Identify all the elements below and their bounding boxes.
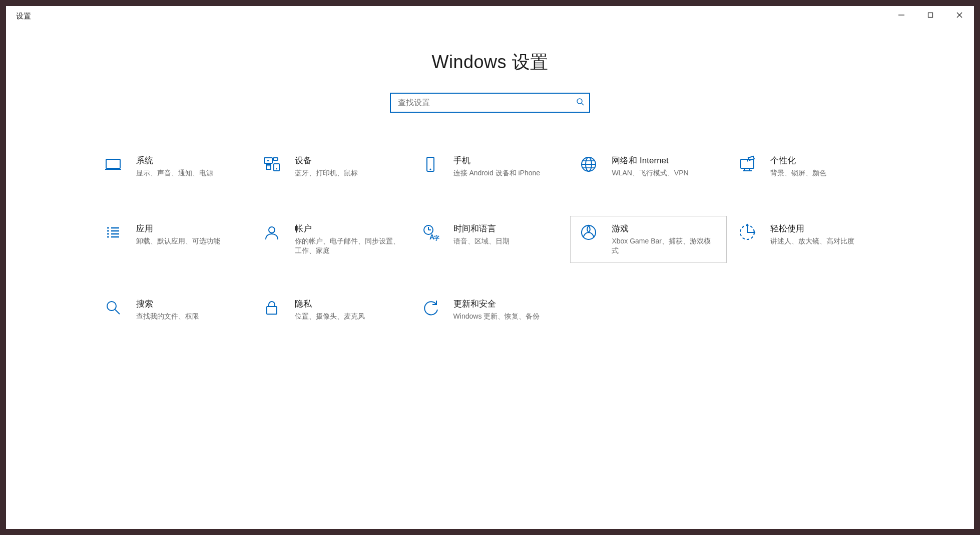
content-area: Windows 设置 系统显示、声音、通知、电源设备蓝牙、打印机、鼠标手机连接 … <box>6 26 974 529</box>
tile-desc: 连接 Android 设备和 iPhone <box>453 168 559 178</box>
tile-text: 时间和语言语音、区域、日期 <box>453 223 559 246</box>
tile-title: 隐私 <box>295 299 400 310</box>
window-controls <box>887 6 974 26</box>
tile-text: 个性化背景、锁屏、颜色 <box>770 155 876 178</box>
search-input[interactable] <box>390 93 590 113</box>
tile-ease[interactable]: 轻松使用讲述人、放大镜、高对比度 <box>729 216 885 263</box>
tile-text: 帐户你的帐户、电子邮件、同步设置、工作、家庭 <box>295 223 400 255</box>
window-title: 设置 <box>16 12 31 21</box>
tile-title: 系统 <box>136 155 242 166</box>
svg-rect-1 <box>928 13 933 18</box>
personalize-icon <box>737 155 757 175</box>
time-icon <box>420 223 440 243</box>
tile-title: 应用 <box>136 223 242 234</box>
tile-title: 更新和安全 <box>453 299 559 310</box>
tile-title: 手机 <box>453 155 559 166</box>
tile-text: 设备蓝牙、打印机、鼠标 <box>295 155 400 178</box>
tile-desc: 语音、区域、日期 <box>453 236 559 246</box>
tile-desc: 位置、摄像头、麦克风 <box>295 312 400 321</box>
tile-desc: Xbox Game Bar、捕获、游戏模式 <box>612 236 717 255</box>
tile-personalize[interactable]: 个性化背景、锁屏、颜色 <box>729 148 885 188</box>
network-icon <box>579 155 599 175</box>
tile-desc: 你的帐户、电子邮件、同步设置、工作、家庭 <box>295 236 400 255</box>
maximize-icon <box>927 12 934 21</box>
phone-icon <box>420 155 440 175</box>
tile-title: 游戏 <box>612 223 717 234</box>
tile-title: 轻松使用 <box>770 223 876 234</box>
tile-desc: Windows 更新、恢复、备份 <box>453 312 559 321</box>
tile-text: 手机连接 Android 设备和 iPhone <box>453 155 559 178</box>
accounts-icon <box>262 223 282 243</box>
devices-icon <box>262 155 282 175</box>
tile-desc: 查找我的文件、权限 <box>136 312 242 321</box>
privacy-icon <box>262 299 282 319</box>
tile-desc: 显示、声音、通知、电源 <box>136 168 242 178</box>
page-title: Windows 设置 <box>431 50 548 75</box>
tile-text: 更新和安全Windows 更新、恢复、备份 <box>453 299 559 321</box>
tile-desc: 蓝牙、打印机、鼠标 <box>295 168 400 178</box>
tile-phone[interactable]: 手机连接 Android 设备和 iPhone <box>412 148 569 188</box>
gaming-icon <box>579 223 599 243</box>
search-icon <box>103 299 123 319</box>
update-icon <box>420 299 440 319</box>
tile-update[interactable]: 更新和安全Windows 更新、恢复、备份 <box>412 291 569 331</box>
tile-apps[interactable]: 应用卸载、默认应用、可选功能 <box>95 216 251 263</box>
settings-grid: 系统显示、声音、通知、电源设备蓝牙、打印机、鼠标手机连接 Android 设备和… <box>90 148 890 331</box>
tile-text: 隐私位置、摄像头、麦克风 <box>295 299 400 321</box>
tile-title: 个性化 <box>770 155 876 166</box>
tile-desc: 讲述人、放大镜、高对比度 <box>770 236 876 246</box>
tile-title: 设备 <box>295 155 400 166</box>
close-icon <box>956 12 963 21</box>
tile-title: 帐户 <box>295 223 400 234</box>
tile-text: 搜索查找我的文件、权限 <box>136 299 242 321</box>
titlebar: 设置 <box>6 6 974 26</box>
svg-line-5 <box>582 103 584 105</box>
tile-desc: 背景、锁屏、颜色 <box>770 168 876 178</box>
tile-accounts[interactable]: 帐户你的帐户、电子邮件、同步设置、工作、家庭 <box>253 216 410 263</box>
search-icon <box>576 98 584 108</box>
minimize-icon <box>898 12 905 21</box>
ease-icon <box>737 223 757 243</box>
search-row <box>390 93 590 113</box>
tile-title: 搜索 <box>136 299 242 310</box>
tile-text: 系统显示、声音、通知、电源 <box>136 155 242 178</box>
tile-text: 轻松使用讲述人、放大镜、高对比度 <box>770 223 876 246</box>
tile-title: 时间和语言 <box>453 223 559 234</box>
tile-desc: WLAN、飞行模式、VPN <box>612 168 717 178</box>
tile-privacy[interactable]: 隐私位置、摄像头、麦克风 <box>253 291 410 331</box>
tile-gaming[interactable]: 游戏Xbox Game Bar、捕获、游戏模式 <box>570 216 727 263</box>
settings-window: 设置 Windows 设置 <box>6 6 974 529</box>
maximize-button[interactable] <box>916 6 945 26</box>
tile-system[interactable]: 系统显示、声音、通知、电源 <box>95 148 251 188</box>
tile-text: 游戏Xbox Game Bar、捕获、游戏模式 <box>612 223 717 255</box>
close-button[interactable] <box>945 6 974 26</box>
minimize-button[interactable] <box>887 6 916 26</box>
tile-time[interactable]: 时间和语言语音、区域、日期 <box>412 216 569 263</box>
tile-text: 应用卸载、默认应用、可选功能 <box>136 223 242 246</box>
system-icon <box>103 155 123 175</box>
tile-search[interactable]: 搜索查找我的文件、权限 <box>95 291 251 331</box>
tile-devices[interactable]: 设备蓝牙、打印机、鼠标 <box>253 148 410 188</box>
svg-point-4 <box>577 99 582 104</box>
tile-text: 网络和 InternetWLAN、飞行模式、VPN <box>612 155 717 178</box>
tile-desc: 卸载、默认应用、可选功能 <box>136 236 242 246</box>
apps-icon <box>103 223 123 243</box>
tile-network[interactable]: 网络和 InternetWLAN、飞行模式、VPN <box>570 148 727 188</box>
tile-title: 网络和 Internet <box>612 155 717 166</box>
